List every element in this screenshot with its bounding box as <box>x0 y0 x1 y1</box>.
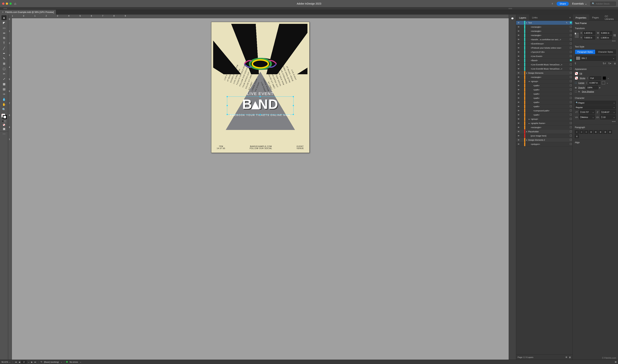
transform-y-input[interactable] <box>583 36 595 39</box>
prev-page-icon[interactable]: ◀ <box>18 361 21 363</box>
drop-shadow-link[interactable]: Drop Shadow <box>582 91 594 93</box>
layer-name[interactable]: <group> <box>530 80 566 82</box>
visibility-toggle-icon[interactable]: 👁 <box>516 68 521 70</box>
constrain-proportions-icon[interactable]: ⛓ <box>613 34 616 37</box>
selection-indicator[interactable] <box>569 126 572 129</box>
layer-row[interactable]: 👁<path> <box>516 96 572 100</box>
visibility-toggle-icon[interactable]: 👁 <box>516 51 521 53</box>
visibility-toggle-icon[interactable]: 👁 <box>516 59 521 62</box>
selection-indicator[interactable] <box>569 122 572 124</box>
align-left-icon[interactable]: ≡ <box>575 130 579 134</box>
layer-row[interactable]: 👁▸<group> <box>516 117 572 121</box>
layer-name[interactable]: <path> <box>533 93 566 95</box>
character-more-icon[interactable]: ••• <box>575 120 616 123</box>
tab-links[interactable]: Links <box>529 14 540 21</box>
layer-row[interactable]: 👁<rectangle> <box>516 25 572 29</box>
layer-row[interactable]: 👁<rectangle> <box>516 125 572 130</box>
layer-name[interactable]: <band/e…e.comfollow our soci...> <box>530 39 566 40</box>
selection-indicator[interactable] <box>569 39 572 40</box>
pencil-tool[interactable]: ✎ <box>1 56 7 61</box>
layer-name[interactable]: Text <box>528 22 566 24</box>
layer-name[interactable]: <path> <box>533 105 566 108</box>
last-page-icon[interactable]: ⏭ <box>34 361 37 363</box>
eyedropper-tool[interactable]: 💧 <box>1 97 7 102</box>
close-tab-icon[interactable]: × <box>2 11 3 13</box>
layer-name[interactable]: <EventVenue> <box>530 43 566 45</box>
redefine-style-icon[interactable]: ¶✦ <box>608 62 611 65</box>
page-number-input[interactable] <box>21 361 27 364</box>
layer-row[interactable]: 👁<path> <box>516 84 572 88</box>
layer-name[interactable]: <Live EventAt Music VenueDoor...> <box>530 68 566 70</box>
transform-x-input[interactable] <box>583 31 595 35</box>
minimize-window-icon[interactable] <box>6 2 8 5</box>
layer-name[interactable]: [your image here] <box>530 135 566 137</box>
workspace-switcher[interactable]: Essentials ⌄ <box>572 2 587 5</box>
character-styles-button[interactable]: Character Styles <box>595 50 616 54</box>
delete-layer-icon[interactable]: 🗑 <box>569 356 571 358</box>
visibility-toggle-icon[interactable]: 👁 <box>516 76 521 78</box>
layer-name[interactable]: <Prebook your tickets online now> <box>530 47 566 49</box>
clear-override-icon[interactable]: ¶↺ <box>603 62 606 65</box>
selection-indicator[interactable] <box>569 89 572 91</box>
corner-shape-icon[interactable] <box>602 81 605 84</box>
zoom-tool[interactable]: 🔍 <box>1 107 7 112</box>
pasteboard[interactable]: LIVE EVENTAT MUSIC VENUEDOORS OPEN @7PML… <box>12 18 509 360</box>
visibility-toggle-icon[interactable]: 👁 <box>516 55 521 57</box>
zoom-level[interactable]: 56.41%⌄ <box>1 361 11 363</box>
visibility-toggle-icon[interactable]: 👁 <box>516 126 521 129</box>
paragraph-align-buttons[interactable]: ≡ ≡ ≡ ≣ ≣ ≣ ≣ ≣ ≣ <box>575 130 616 138</box>
stroke-swatch-icon[interactable] <box>3 115 7 119</box>
stroke-style-swatch[interactable] <box>603 77 606 80</box>
tab-pages[interactable]: Pages <box>589 14 602 21</box>
layer-name[interactable]: <Live EventAt Music VenueDoor...> <box>530 64 566 66</box>
layer-row[interactable]: 👁<band/e…e.comfollow our soci...> <box>516 38 572 42</box>
selection-indicator[interactable] <box>569 76 572 78</box>
visibility-toggle-icon[interactable]: 👁 <box>516 84 521 87</box>
adobe-stock-input[interactable] <box>596 2 614 5</box>
layer-row[interactable]: 👁<path> <box>516 88 572 92</box>
layer-row[interactable]: 👁<path> <box>516 104 572 109</box>
layer-row[interactable]: 👁[your image here] <box>516 134 572 138</box>
selection-indicator[interactable] <box>569 143 572 145</box>
layer-name[interactable]: <group> <box>530 118 566 120</box>
paragraph-icon[interactable]: ¶ <box>575 62 576 65</box>
reference-point-proxy[interactable] <box>575 33 579 38</box>
learn-icon[interactable]: ♀ <box>551 2 553 5</box>
selection-indicator[interactable] <box>569 68 572 70</box>
layer-row[interactable]: 👁▸<graphic frame> <box>516 121 572 125</box>
scissors-tool[interactable]: ✂ <box>1 71 7 76</box>
close-window-icon[interactable] <box>2 2 4 5</box>
layer-name[interactable]: <rectangle> <box>530 34 566 36</box>
selection-indicator[interactable] <box>569 93 572 95</box>
visibility-toggle-icon[interactable]: 👁 <box>516 93 521 95</box>
style-select[interactable]: title 2 ⌄ <box>575 56 616 61</box>
layer-row[interactable]: 👁▾Design Elements 2 <box>516 138 572 142</box>
visibility-toggle-icon[interactable]: 👁 <box>516 43 521 45</box>
align-center-icon[interactable]: ≡ <box>579 130 584 134</box>
font-size-input[interactable]: ▲▼⌄ <box>579 110 595 114</box>
disclosure-icon[interactable]: ▾ <box>525 72 528 74</box>
layer-name[interactable]: <rectangle> <box>530 30 566 32</box>
justify-center-icon[interactable]: ≣ <box>594 130 598 134</box>
tab-properties[interactable]: Properties <box>573 14 589 21</box>
gradient-swatch-tool[interactable]: ▦ <box>1 81 7 86</box>
tracking-input[interactable]: ▲▼⌄ <box>600 115 616 119</box>
line-tool[interactable]: ╱ <box>1 46 7 51</box>
justify-right-icon[interactable]: ≣ <box>599 130 603 134</box>
selection-tool[interactable]: ▲ <box>1 15 7 20</box>
layer-row[interactable]: 👁▾Design Elements <box>516 71 572 75</box>
selection-indicator[interactable] <box>569 97 572 99</box>
visibility-toggle-icon[interactable]: 👁 <box>516 39 521 40</box>
visibility-toggle-icon[interactable]: 👁 <box>516 101 521 103</box>
selection-indicator[interactable] <box>569 64 572 66</box>
justify-all-icon[interactable]: ≣ <box>603 130 607 134</box>
visibility-toggle-icon[interactable]: 👁 <box>516 139 521 141</box>
tab-layers[interactable]: Layers <box>516 14 529 21</box>
opacity-input[interactable] <box>586 86 598 89</box>
open-recent-icon[interactable]: ↻ <box>41 361 42 363</box>
master-status[interactable]: [Basic] (working) <box>44 361 59 363</box>
stroke-weight-input[interactable] <box>590 76 601 80</box>
selection-indicator[interactable] <box>569 51 572 53</box>
disclosure-icon[interactable]: ▸ <box>528 122 530 124</box>
visibility-toggle-icon[interactable]: 👁 <box>516 114 521 116</box>
